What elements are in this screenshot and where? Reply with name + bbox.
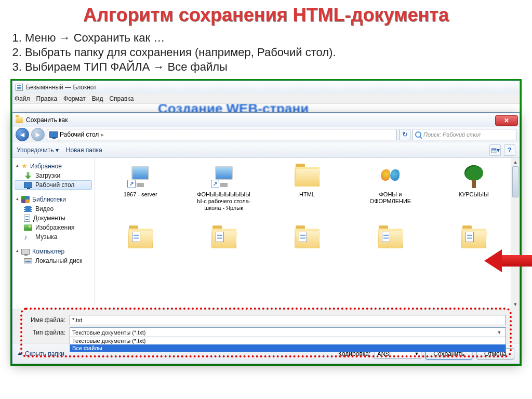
dialog-nav-row: ◄ ► Рабочий стол ▸ ↻ Поиск: Рабочий стол (12, 127, 520, 142)
menu-view[interactable]: Вид (92, 95, 103, 102)
sidebar-item-local-disk[interactable]: Локальный диск (15, 256, 92, 265)
screenshot-frame: Безымянный — Блокнот Файл Правка Формат … (10, 79, 522, 366)
menu-edit[interactable]: Правка (36, 95, 58, 102)
sidebar-item-music[interactable]: ♪Музыка (15, 232, 92, 242)
nav-forward-button[interactable]: ► (31, 128, 45, 141)
dialog-titlebar[interactable]: Сохранить как ✕ (12, 113, 520, 127)
tree-icon (462, 165, 485, 188)
dialog-sidebar[interactable]: ★Избранное Загрузки Рабочий стол Библиот… (12, 158, 95, 309)
dialog-fields: Имя файла: Тип файла: Текстовые документ… (12, 309, 520, 343)
file-item-html-folder[interactable]: HTML (267, 162, 348, 222)
folder-icon (16, 117, 23, 123)
step-3: Выбираем ТИП ФАЙЛА → Все файлы (25, 60, 520, 74)
file-item-folder[interactable] (100, 224, 181, 284)
file-item-server[interactable]: ↗ 1967 - server (100, 162, 181, 222)
file-grid-scrollbar[interactable]: ▲ ▼ (511, 158, 520, 309)
filetype-label: Тип файла: (26, 329, 70, 336)
sidebar-item-images[interactable]: Изображения (15, 223, 92, 232)
sidebar-libraries-head[interactable]: Библиотеки (15, 195, 92, 204)
notepad-menubar[interactable]: Файл Правка Формат Вид Справка (12, 94, 520, 104)
search-icon (415, 131, 421, 138)
organize-button[interactable]: Упорядочить ▾ (17, 147, 59, 154)
filename-input[interactable] (70, 315, 506, 325)
shortcut-arrow-icon: ↗ (127, 180, 136, 188)
step-1: Меню → Сохранить как … (25, 31, 520, 45)
step-2: Выбрать папку для сохранения (например, … (25, 46, 520, 59)
help-button[interactable]: ? (504, 144, 515, 156)
sidebar-favorites-head[interactable]: ★Избранное (15, 161, 92, 171)
view-options-button[interactable]: ▤▾ (489, 144, 501, 156)
sidebar-computer-head[interactable]: Компьютер (15, 247, 92, 256)
steps-list: Меню → Сохранить как … Выбрать папку для… (0, 28, 532, 79)
chevron-up-icon (18, 352, 22, 355)
sidebar-item-downloads[interactable]: Загрузки (15, 171, 92, 180)
sidebar-item-desktop[interactable]: Рабочий стол (15, 180, 92, 190)
file-item-folder[interactable] (183, 224, 264, 284)
dialog-main: ★Избранное Загрузки Рабочий стол Библиот… (12, 158, 520, 309)
file-grid[interactable]: ↗ 1967 - server ↗ ФОНЫЫЫЫЫЫЫЫЫ-с рабочег… (95, 158, 520, 309)
file-item-fony-shortcut[interactable]: ↗ ФОНЫЫЫЫЫЫЫЫЫ-с рабочего стола-школа - … (183, 162, 264, 222)
sidebar-item-documents[interactable]: Документы (15, 214, 92, 223)
filetype-option-txt[interactable]: Текстовые документы (*.txt) (70, 337, 506, 344)
notepad-icon (16, 84, 23, 91)
menu-format[interactable]: Формат (63, 95, 86, 102)
menu-file[interactable]: Файл (15, 95, 30, 102)
breadcrumb-sep: ▸ (101, 131, 104, 138)
menu-help[interactable]: Справка (109, 95, 134, 102)
search-placeholder: Поиск: Рабочий стол (423, 131, 481, 138)
background-slide-text: Создание WEB-страни (158, 104, 309, 112)
filename-label: Имя файла: (26, 316, 70, 324)
notepad-body: Создание WEB-страни (12, 104, 520, 112)
scroll-down-arrow[interactable]: ▼ (511, 300, 520, 309)
dialog-toolbar: Упорядочить ▾ Новая папка ▤▾ ? (12, 142, 520, 158)
refresh-button[interactable]: ↻ (399, 129, 410, 140)
slide-title: Алгоритм сохранения HTML-документа (0, 0, 532, 28)
file-item-folder[interactable] (267, 224, 348, 284)
hide-folders-toggle[interactable]: Скрыть папки (18, 350, 64, 357)
scroll-thumb[interactable] (512, 166, 518, 197)
sidebar-item-video[interactable]: Видео (15, 204, 92, 214)
file-item-folder[interactable] (350, 224, 431, 284)
desktop-icon (49, 131, 58, 138)
file-item-courses[interactable]: КУРСЫЫЫ (433, 162, 514, 222)
notepad-window: Безымянный — Блокнот Файл Правка Формат … (12, 81, 520, 113)
notepad-title-text: Безымянный — Блокнот (26, 84, 97, 91)
search-input[interactable]: Поиск: Рабочий стол (413, 129, 516, 140)
save-as-dialog: Сохранить как ✕ ◄ ► Рабочий стол ▸ ↻ Пои… (12, 113, 520, 364)
butterfly-icon (380, 166, 401, 187)
filetype-dropdown[interactable]: Текстовые документы (*.txt) Все файлы (70, 337, 506, 352)
scroll-up-arrow[interactable]: ▲ (511, 158, 520, 166)
close-button[interactable]: ✕ (495, 115, 518, 126)
filetype-option-all[interactable]: Все файлы (70, 344, 506, 352)
callout-arrow (481, 249, 532, 272)
nav-back-button[interactable]: ◄ (16, 128, 29, 141)
filetype-combo[interactable]: Текстовые документы (*.txt)▼ (70, 327, 506, 338)
breadcrumb[interactable]: Рабочий стол ▸ (47, 129, 397, 140)
shortcut-arrow-icon: ↗ (211, 180, 219, 188)
breadcrumb-desktop[interactable]: Рабочий стол (60, 131, 99, 138)
notepad-titlebar: Безымянный — Блокнот (12, 81, 520, 94)
new-folder-button[interactable]: Новая папка (66, 147, 102, 154)
file-item-fony-design[interactable]: ФОНЫ и ОФОРМЛЕНИЕ (350, 162, 431, 222)
dialog-title-text: Сохранить как (26, 116, 68, 124)
